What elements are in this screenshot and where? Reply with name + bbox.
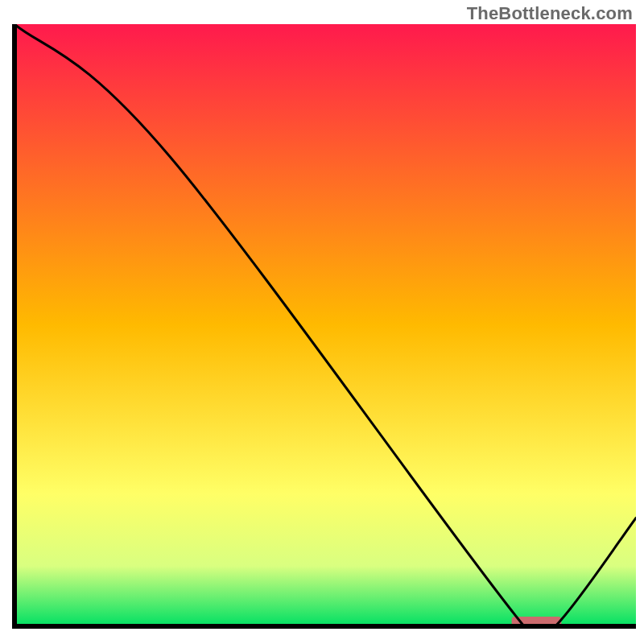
chart-container: { "watermark": "TheBottleneck.com", "cha… (0, 0, 644, 644)
watermark-label: TheBottleneck.com (467, 3, 633, 24)
bottleneck-curve-chart (0, 0, 644, 644)
gradient-background (14, 24, 636, 626)
